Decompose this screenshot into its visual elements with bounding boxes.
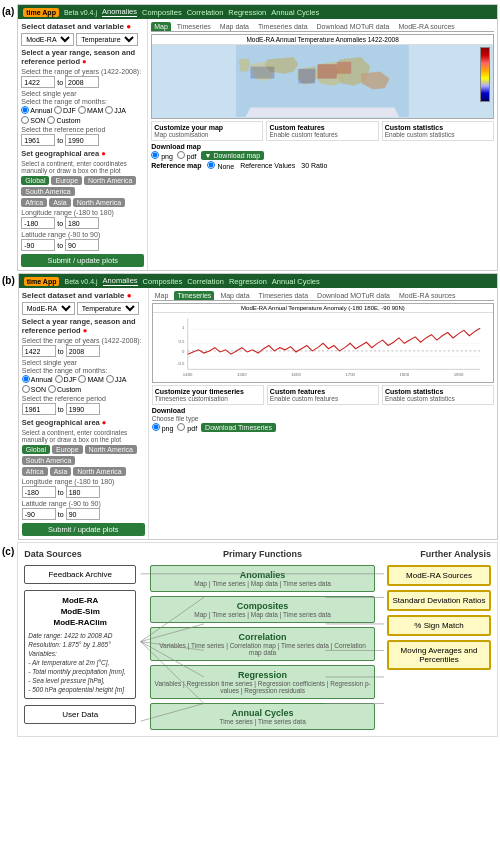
- analysis-modra-box: ModE-RA Sources: [387, 565, 491, 586]
- lat-label-a: Latitude range (-90 to 90): [21, 231, 144, 238]
- ref-to-b[interactable]: [66, 403, 100, 415]
- nav-anomalies-b[interactable]: Anomalies: [103, 276, 138, 286]
- svg-text:1600: 1600: [291, 372, 301, 377]
- tab-map-a[interactable]: Map: [151, 22, 171, 31]
- lon-to-a[interactable]: [65, 217, 99, 229]
- dataset-select-a[interactable]: ModE-RA: [21, 33, 74, 46]
- left-panel-a: Select dataset and variable ● ModE-RA Te…: [18, 19, 148, 270]
- tab-bar-b: Map Timeseries Map data Timeseries data …: [152, 291, 494, 301]
- tab-map-b[interactable]: Map: [152, 291, 172, 300]
- customize-ts-box-b: Customize your timeseries Timeseries cus…: [152, 385, 264, 405]
- nav-composites-a[interactable]: Composites: [142, 8, 182, 17]
- customize-ts-title-b: Customize your timeseries: [155, 388, 261, 395]
- dataset-select-b[interactable]: ModE-RA: [22, 302, 75, 315]
- dataset-row-a: ModE-RA Temperature: [21, 33, 144, 46]
- submit-btn-b[interactable]: Submit / update plots: [22, 523, 145, 536]
- tab-download-b[interactable]: Download MOTuR data: [314, 291, 393, 300]
- btn-global-a[interactable]: Global: [21, 176, 49, 185]
- btn-northam2-a[interactable]: North America: [73, 198, 125, 207]
- tab-download-a[interactable]: Download MOTuR data: [314, 22, 393, 31]
- nav-correlation-b[interactable]: Correlation: [187, 277, 224, 286]
- lat-row-a: to: [21, 239, 144, 251]
- map-legend-a: [480, 47, 490, 102]
- btn-asia-a[interactable]: Asia: [49, 198, 71, 207]
- nav-annual-b[interactable]: Annual Cycles: [272, 277, 320, 286]
- submit-btn-a[interactable]: Submit / update plots: [21, 254, 144, 267]
- section-title-years-b: Select a year range, season and referenc…: [22, 317, 145, 335]
- lon-label-b: Longitude range (-180 to 180): [22, 478, 145, 485]
- months-radio-b: Annual DJF MAM JJA SON Custom: [22, 375, 145, 393]
- btn-africa-b[interactable]: Africa: [22, 467, 48, 476]
- ref-from-a[interactable]: [21, 134, 55, 146]
- right-panel-a: Map Timeseries Map data Timeseries data …: [148, 19, 497, 270]
- custom-stats-title-a: Custom statistics: [385, 124, 491, 131]
- btn-southam-a[interactable]: South America: [21, 187, 75, 196]
- year-from-a[interactable]: [21, 76, 55, 88]
- custom-features-title-a: Custom features: [269, 124, 375, 131]
- dl-map-btn-a[interactable]: ▼ Download map: [201, 151, 265, 160]
- lat-from-b[interactable]: [22, 508, 56, 520]
- section-title-dataset-b: Select dataset and variable ●: [22, 291, 145, 300]
- year-range-label-b: Select the range of years (1422-2008):: [22, 337, 145, 344]
- lat-to-a[interactable]: [65, 239, 99, 251]
- ref-to-a[interactable]: [65, 134, 99, 146]
- svg-text:1700: 1700: [345, 372, 355, 377]
- variable-select-b[interactable]: Temperature: [77, 302, 139, 315]
- nav-regression-a[interactable]: Regression: [228, 8, 266, 17]
- tab-mapdata-b[interactable]: Map data: [217, 291, 252, 300]
- btn-northam-b[interactable]: North America: [85, 445, 137, 454]
- tab-tsdata-b[interactable]: Timeseries data: [256, 291, 312, 300]
- section-b-label: (b): [2, 275, 15, 286]
- app-logo-b: time App: [24, 277, 60, 286]
- tab-sources-b[interactable]: ModE-RA sources: [396, 291, 458, 300]
- btn-global-b[interactable]: Global: [22, 445, 50, 454]
- nav-composites-b[interactable]: Composites: [143, 277, 183, 286]
- section-title-years-a: Select a year range, season and referenc…: [21, 48, 144, 66]
- section-title-geo-a: Set geographical area ●: [21, 149, 144, 158]
- download-ts-section-b: Download Choose file type png pdf Downlo…: [152, 407, 494, 432]
- tab-timeseries-b[interactable]: Timeseries: [174, 291, 214, 300]
- svg-text:-0.5: -0.5: [177, 361, 185, 366]
- func-anomalies-box: Anomalies Map | Time series | Map data |…: [150, 565, 375, 592]
- lon-from-a[interactable]: [21, 217, 55, 229]
- variable-select-a[interactable]: Temperature: [76, 33, 138, 46]
- func-composites-title: Composites: [154, 601, 371, 611]
- custom-stats-box-b: Custom statistics Enable custom statisti…: [382, 385, 494, 405]
- lon-from-b[interactable]: [22, 486, 56, 498]
- year-from-b[interactable]: [22, 345, 56, 357]
- svg-rect-2: [337, 62, 351, 74]
- nav-correlation-a[interactable]: Correlation: [187, 8, 224, 17]
- custom-stats-sub-a: Enable custom statistics: [385, 131, 491, 138]
- lat-to-b[interactable]: [66, 508, 100, 520]
- lat-from-a[interactable]: [21, 239, 55, 251]
- customize-row-b: Customize your timeseries Timeseries cus…: [152, 385, 494, 405]
- nav-anomalies-a[interactable]: Anomalies: [102, 7, 137, 17]
- tab-mapdata-a[interactable]: Map data: [217, 22, 252, 31]
- btn-asia-b[interactable]: Asia: [50, 467, 72, 476]
- col-header-analysis: Further Analysis: [381, 549, 491, 559]
- feedback-archive-box: Feedback Archive: [24, 565, 136, 584]
- custom-stats-sub-b: Enable custom statistics: [385, 395, 491, 402]
- section-b-panel: time App Beta v0.4.j Anomalies Composite…: [18, 273, 498, 540]
- ref-from-b[interactable]: [22, 403, 56, 415]
- svg-rect-5: [160, 313, 485, 378]
- dl-ts-btn-b[interactable]: Download Timeseries: [201, 423, 276, 432]
- customize-map-title-a: Customize your map: [154, 124, 260, 131]
- tab-timeseries-a[interactable]: Timeseries: [174, 22, 214, 31]
- year-to-b[interactable]: [66, 345, 100, 357]
- btn-northam2-b[interactable]: North America: [73, 467, 125, 476]
- btn-northam-a[interactable]: North America: [84, 176, 136, 185]
- btn-southam-b[interactable]: South America: [22, 456, 76, 465]
- btn-europe-b[interactable]: Europe: [52, 445, 83, 454]
- map-title-a: ModE-RA Annual Temperature Anomalies 142…: [152, 35, 493, 45]
- nav-regression-b[interactable]: Regression: [229, 277, 267, 286]
- btn-africa-a[interactable]: Africa: [21, 198, 47, 207]
- lon-to-b[interactable]: [66, 486, 100, 498]
- tab-sources-a[interactable]: ModE-RA sources: [395, 22, 457, 31]
- months-label-a: Select the range of months:: [21, 98, 144, 105]
- tab-tsdata-a[interactable]: Timeseries data: [255, 22, 311, 31]
- btn-europe-a[interactable]: Europe: [51, 176, 82, 185]
- diagram-columns: Feedback Archive ModE-RAModE-SimModE-RAC…: [24, 565, 491, 730]
- year-to-a[interactable]: [65, 76, 99, 88]
- nav-annual-a[interactable]: Annual Cycles: [271, 8, 319, 17]
